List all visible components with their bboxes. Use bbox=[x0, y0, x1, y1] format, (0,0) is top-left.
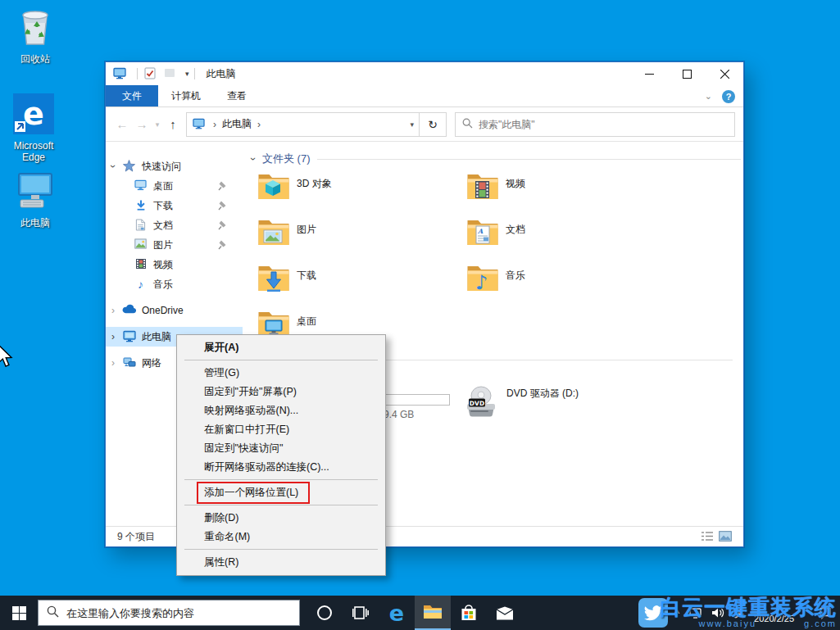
title-bar: ▾ 此电脑 bbox=[106, 62, 743, 85]
taskbar-file-explorer-icon[interactable] bbox=[415, 596, 451, 630]
download-icon bbox=[134, 199, 148, 212]
menu-item-properties[interactable]: 属性(R) bbox=[177, 553, 385, 572]
cortana-button[interactable] bbox=[306, 596, 343, 630]
menu-item-open-in-new-window[interactable]: 在新窗口中打开(E) bbox=[177, 420, 385, 439]
folder-tile-pictures[interactable]: 图片 bbox=[257, 217, 316, 247]
menu-item-map-network-drive[interactable]: 映射网络驱动器(N)... bbox=[177, 401, 385, 420]
navigation-bar: ← → ▾ ↑ › 此电脑 › ▾ ↻ bbox=[106, 107, 743, 142]
taskbar-mail-icon[interactable] bbox=[487, 596, 523, 630]
chevron-down-icon[interactable]: › bbox=[107, 162, 119, 170]
forward-button[interactable]: → bbox=[132, 115, 152, 134]
folder-pictures-icon bbox=[257, 217, 290, 247]
taskbar-store-icon[interactable] bbox=[451, 596, 487, 630]
qat-properties-icon[interactable] bbox=[143, 67, 157, 80]
folder-tile-downloads[interactable]: 下载 bbox=[257, 263, 316, 292]
search-input[interactable] bbox=[479, 119, 728, 130]
sidebar-item-onedrive[interactable]: › OneDrive bbox=[106, 301, 243, 320]
desktop-icon-this-pc[interactable]: 此电脑 bbox=[5, 170, 66, 229]
taskbar-edge-icon[interactable]: e bbox=[379, 596, 415, 630]
address-bar[interactable]: › 此电脑 › ▾ bbox=[186, 112, 420, 137]
desktop-icon-edge[interactable]: e Microsoft Edge bbox=[7, 93, 61, 163]
menu-item-delete[interactable]: 删除(D) bbox=[177, 509, 385, 528]
taskbar-search-box[interactable] bbox=[38, 600, 300, 626]
tray-volume-icon[interactable] bbox=[711, 607, 724, 619]
chevron-right-icon[interactable]: › bbox=[109, 305, 117, 316]
tab-file[interactable]: 文件 bbox=[106, 85, 158, 107]
chevron-down-icon[interactable]: › bbox=[247, 155, 259, 163]
menu-item-pin-to-quick-access[interactable]: 固定到"快速访问" bbox=[177, 439, 385, 458]
task-view-button[interactable] bbox=[343, 596, 379, 630]
chevron-right-icon[interactable]: › bbox=[109, 331, 117, 342]
menu-item-add-network-location[interactable]: 添加一个网络位置(L) bbox=[177, 483, 385, 502]
pin-icon bbox=[218, 220, 226, 233]
folder-label: 视频 bbox=[506, 177, 525, 201]
folder-tile-music[interactable]: ♪ 音乐 bbox=[466, 263, 525, 292]
mouse-cursor bbox=[0, 345, 15, 371]
help-icon[interactable]: ? bbox=[722, 90, 735, 103]
desktop-icon-recycle-bin[interactable]: 回收站 bbox=[5, 5, 66, 65]
dvd-drive-tile[interactable]: DVD DVD 驱动器 (D:) bbox=[462, 383, 579, 420]
qat-dropdown-icon[interactable]: ▾ bbox=[185, 70, 189, 78]
close-button[interactable] bbox=[706, 62, 743, 85]
onedrive-cloud-icon bbox=[122, 304, 136, 317]
folder-tile-3d-objects[interactable]: 3D 对象 bbox=[257, 171, 332, 201]
folder-tile-documents[interactable]: A 文档 bbox=[466, 217, 525, 247]
folder-tile-videos[interactable]: 视频 bbox=[466, 171, 525, 201]
menu-separator bbox=[184, 505, 378, 505]
menu-item-rename[interactable]: 重命名(M) bbox=[177, 528, 385, 546]
notification-center-icon[interactable] bbox=[819, 607, 832, 619]
menu-item-manage[interactable]: 管理(G) bbox=[177, 364, 385, 383]
address-dropdown-icon[interactable]: ▾ bbox=[410, 120, 414, 129]
back-button[interactable]: ← bbox=[112, 115, 132, 134]
tray-date[interactable]: 2020/2/25 bbox=[754, 614, 794, 623]
menu-item-expand[interactable]: 展开(A) bbox=[177, 338, 385, 357]
divider bbox=[194, 68, 195, 79]
menu-item-pin-to-start[interactable]: 固定到"开始"屏幕(P) bbox=[177, 383, 385, 401]
folder-label: 下载 bbox=[297, 269, 316, 292]
details-view-icon[interactable] bbox=[701, 531, 714, 544]
pin-icon bbox=[218, 201, 226, 213]
search-box[interactable] bbox=[455, 112, 735, 137]
thumbnail-view-icon[interactable] bbox=[719, 531, 732, 544]
breadcrumb-this-pc[interactable]: 此电脑 bbox=[222, 117, 252, 131]
tray-ime-indicator[interactable]: 英 bbox=[734, 606, 744, 620]
address-computer-icon bbox=[192, 118, 206, 131]
document-icon bbox=[134, 219, 148, 232]
recent-locations-icon[interactable]: ▾ bbox=[152, 115, 163, 134]
tray-network-icon[interactable] bbox=[689, 608, 702, 619]
ribbon-tabs: 文件 计算机 查看 ⌄ ? bbox=[106, 85, 743, 107]
sidebar-item-label: 快速访问 bbox=[142, 160, 181, 174]
folder-videos-icon bbox=[466, 171, 499, 201]
start-button[interactable] bbox=[0, 596, 38, 630]
group-header-label: 文件夹 (7) bbox=[262, 152, 311, 166]
sidebar-item-label: 图片 bbox=[153, 238, 173, 252]
tray-hidden-icons-chevron[interactable]: ^ bbox=[674, 607, 679, 619]
chevron-right-icon[interactable]: › bbox=[109, 357, 117, 369]
sidebar-item-downloads[interactable]: 下载 bbox=[106, 196, 243, 215]
minimize-button[interactable] bbox=[630, 62, 668, 85]
tray-twitter-app-icon[interactable] bbox=[638, 598, 668, 628]
divider bbox=[137, 68, 138, 79]
ribbon-expand-icon[interactable]: ⌄ bbox=[705, 91, 712, 102]
sidebar-item-desktop[interactable]: 桌面 bbox=[106, 176, 243, 196]
music-note-icon: ♪ bbox=[134, 278, 148, 291]
sidebar-item-label: 下载 bbox=[153, 199, 173, 213]
refresh-button[interactable]: ↻ bbox=[420, 112, 447, 137]
tab-computer[interactable]: 计算机 bbox=[158, 85, 214, 107]
sidebar-item-quick-access[interactable]: › 快速访问 bbox=[106, 156, 243, 176]
group-header-folders[interactable]: › 文件夹 (7) bbox=[249, 152, 741, 166]
sidebar-item-documents[interactable]: 文档 bbox=[106, 215, 243, 235]
maximize-button[interactable] bbox=[668, 62, 706, 85]
dvd-drive-label: DVD 驱动器 (D:) bbox=[506, 387, 579, 420]
taskbar-search-input[interactable] bbox=[66, 607, 291, 619]
menu-item-disconnect-network-drive[interactable]: 断开网络驱动器的连接(C)... bbox=[177, 458, 385, 477]
menu-separator bbox=[184, 360, 378, 360]
sidebar-item-label: 此电脑 bbox=[142, 330, 171, 344]
sidebar-item-videos[interactable]: 视频 bbox=[106, 255, 243, 274]
tab-view[interactable]: 查看 bbox=[214, 85, 260, 107]
sidebar-item-pictures[interactable]: 图片 bbox=[106, 235, 243, 255]
up-button[interactable]: ↑ bbox=[163, 115, 183, 134]
folder-label: 图片 bbox=[297, 223, 316, 247]
sidebar-item-music[interactable]: ♪ 音乐 bbox=[106, 274, 243, 294]
desktop-monitor-icon bbox=[134, 179, 148, 193]
